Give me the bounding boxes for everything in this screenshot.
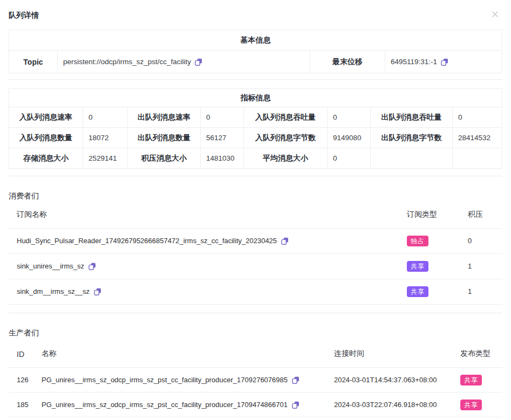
subscription-name-cell: Hudi_Sync_Pulsar_Reader_1749267952666857…	[9, 228, 399, 253]
metric-value: 28414532	[453, 128, 502, 148]
metrics-table: 指标信息 入队列消息速率 0 出队列消息速率 0 入队列消息吞吐量 0 出队列消…	[9, 88, 502, 169]
empty-cell	[371, 148, 453, 169]
consumers-table: 订阅名称 订阅类型 积压 Hudi_Sync_Pulsar_Reader_174…	[9, 201, 502, 305]
copy-icon[interactable]	[441, 58, 448, 66]
col-id: ID	[9, 338, 33, 368]
metric-label: 积压消息大小	[128, 148, 201, 169]
metric-value: 0	[453, 107, 502, 128]
metric-label: 入队列消息数量	[9, 128, 83, 148]
metric-value: 9149080	[328, 128, 371, 148]
empty-cell	[453, 148, 502, 169]
metrics-header: 指标信息	[9, 89, 502, 107]
producer-id-cell: 185	[9, 393, 33, 417]
offset-value-cell: 6495119:31:-1	[385, 51, 502, 73]
producer-id-cell: 126	[9, 368, 33, 393]
producers-table: ID 名称 连接时间 发布类型 126 PG_unires__irms_sz_o…	[9, 338, 502, 418]
consumers-header-row: 订阅名称 订阅类型 积压	[9, 201, 502, 228]
col-subscription-type: 订阅类型	[399, 201, 460, 228]
metric-label: 平均消息大小	[244, 148, 328, 169]
publish-type-cell: 共享	[452, 368, 502, 393]
copy-icon[interactable]	[292, 376, 299, 384]
producer-name: PG_unires__irms_sz_odcp_irms_sz_pst_cc_f…	[42, 401, 288, 409]
subscription-type-cell: 独占	[399, 228, 460, 253]
metric-label: 出队列消息速率	[128, 107, 201, 128]
subscription-name: Hudi_Sync_Pulsar_Reader_1749267952666857…	[17, 237, 277, 245]
producer-row: 126 PG_unires__irms_sz_odcp_irms_sz_pst_…	[9, 368, 502, 393]
copy-icon[interactable]	[94, 288, 101, 295]
subscription-name: sink_unires__irms_sz	[17, 262, 84, 270]
metric-label: 入队列消息字节数	[244, 128, 328, 148]
queue-detail-modal: 队列详情 基本信息 Topic persistent://odcp/irms_s…	[0, 0, 511, 417]
modal-title: 队列详情	[9, 11, 39, 19]
copy-icon[interactable]	[195, 58, 202, 66]
publish-type-cell: 共享	[452, 393, 502, 417]
metric-label: 存储消息大小	[9, 148, 83, 169]
basic-info-header: 基本信息	[9, 30, 502, 51]
offset-label: 最末位移	[310, 51, 385, 73]
subscription-name-cell: sink_dm__irms_sz__sz	[9, 279, 399, 304]
backlog-cell: 0	[460, 228, 502, 253]
metric-value: 0	[201, 107, 244, 128]
metric-label: 出队列消息字节数	[371, 128, 453, 148]
metric-label: 入队列消息速率	[9, 107, 83, 128]
metrics-row: 入队列消息数量 18072 出队列消息数量 56127 入队列消息字节数 914…	[9, 128, 502, 148]
topic-value-cell: persistent://odcp/irms_sz_pst/cc_facilit…	[58, 51, 310, 73]
copy-icon[interactable]	[292, 401, 299, 409]
consumers-section-title: 消费者们	[9, 190, 502, 201]
col-subscription-name: 订阅名称	[9, 201, 399, 228]
metric-value: 1481030	[201, 148, 244, 169]
subscription-type-cell: 共享	[399, 253, 460, 279]
producers-header-row: ID 名称 连接时间 发布类型	[9, 338, 502, 368]
connect-time-cell: 2024-03-03T22:07:46.918+08:00	[326, 393, 452, 417]
metrics-row: 入队列消息速率 0 出队列消息速率 0 入队列消息吞吐量 0 出队列消息吞吐量 …	[9, 107, 502, 128]
offset-value: 6495119:31:-1	[391, 58, 437, 66]
connect-time-cell: 2024-03-01T14:54:37.063+08:00	[326, 368, 452, 393]
subscription-name-cell: sink_unires__irms_sz	[9, 253, 399, 279]
metric-label: 入队列消息吞吐量	[244, 107, 328, 128]
producer-row: 185 PG_unires__irms_sz_odcp_irms_sz_pst_…	[9, 393, 502, 417]
metric-value: 0	[83, 107, 128, 128]
col-backlog: 积压	[460, 201, 502, 228]
close-icon[interactable]	[491, 10, 499, 18]
col-producer-name: 名称	[33, 338, 326, 368]
topic-label: Topic	[9, 51, 58, 73]
producer-name-cell: PG_unires__irms_sz_odcp_irms_sz_pst_cc_f…	[33, 393, 326, 417]
section-divider	[9, 313, 502, 313]
backlog-cell: 1	[460, 253, 502, 279]
metrics-row: 存储消息大小 2529141 积压消息大小 1481030 平均消息大小 0	[9, 148, 502, 169]
copy-icon[interactable]	[88, 263, 96, 270]
metric-value: 0	[328, 148, 371, 169]
subscription-type-cell: 共享	[399, 279, 460, 304]
consumer-row: sink_dm__irms_sz__sz 共享 1	[9, 279, 502, 304]
subscription-name: sink_dm__irms_sz__sz	[17, 287, 90, 295]
metric-value: 2529141	[83, 148, 128, 169]
consumer-row: sink_unires__irms_sz 共享 1	[9, 253, 502, 279]
subscription-type-badge: 独占	[407, 236, 428, 246]
publish-type-badge: 共享	[460, 400, 482, 410]
col-publish-type: 发布类型	[452, 338, 502, 368]
topic-value: persistent://odcp/irms_sz_pst/cc_facilit…	[63, 58, 191, 66]
publish-type-badge: 共享	[460, 375, 482, 385]
section-divider	[9, 176, 502, 176]
producer-name: PG_unires__irms_sz_odcp_irms_sz_pst_cc_f…	[42, 376, 288, 384]
section-divider	[9, 79, 502, 80]
metric-value: 0	[328, 107, 371, 128]
metric-label: 出队列消息数量	[128, 128, 201, 148]
consumer-row: Hudi_Sync_Pulsar_Reader_1749267952666857…	[9, 228, 502, 253]
basic-info-row: Topic persistent://odcp/irms_sz_pst/cc_f…	[9, 51, 502, 73]
metric-value: 56127	[201, 128, 244, 148]
subscription-type-badge: 共享	[407, 286, 428, 297]
subscription-type-badge: 共享	[407, 261, 428, 272]
basic-info-table: 基本信息 Topic persistent://odcp/irms_sz_pst…	[9, 30, 502, 73]
copy-icon[interactable]	[281, 237, 289, 245]
backlog-cell: 1	[460, 279, 502, 304]
modal-header: 队列详情	[9, 0, 502, 19]
producer-name-cell: PG_unires__irms_sz_odcp_irms_sz_pst_cc_f…	[33, 368, 326, 393]
metric-value: 18072	[83, 128, 128, 148]
producers-section-title: 生产者们	[9, 327, 502, 338]
col-connect-time: 连接时间	[326, 338, 452, 368]
metric-label: 出队列消息吞吐量	[371, 107, 453, 128]
